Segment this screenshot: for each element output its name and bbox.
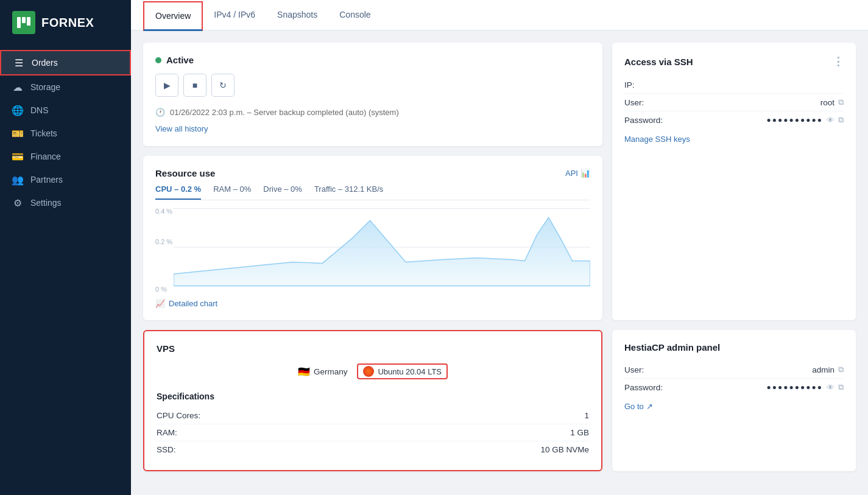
vps-card: VPS 🇩🇪 Germany Ubuntu 20.04 LTS Specific… [143, 330, 602, 471]
copy-user-icon[interactable]: ⧉ [838, 97, 844, 107]
spec-label-ram: RAM: [157, 428, 177, 437]
svg-marker-7 [174, 217, 590, 286]
ssh-ip-row: IP: [624, 77, 844, 94]
sidebar-item-storage[interactable]: ☁ Storage [0, 75, 131, 99]
spec-label-cpu: CPU Cores: [157, 411, 200, 420]
hestia-password-value: ●●●●●●●●●● 👁 ⧉ [767, 382, 844, 392]
tab-console[interactable]: Console [328, 1, 381, 30]
svg-rect-3 [27, 17, 30, 26]
sidebar: FORNEX ☰ Orders ☁ Storage 🌐 DNS 🎫 Ticket… [0, 0, 131, 495]
hestia-card-title: HestiaCP admin panel [624, 342, 844, 353]
hestia-user-value: admin ⧉ [812, 365, 844, 374]
sidebar-label-orders: Orders [32, 58, 58, 68]
tickets-icon: 🎫 [12, 128, 23, 139]
resource-tab-traffic[interactable]: Traffic – 312.1 KB/s [314, 184, 383, 200]
ssh-user-row: User: root ⧉ [624, 94, 844, 111]
country-name: Germany [314, 367, 348, 376]
detailed-chart-link[interactable]: 📈 Detailed chart [155, 299, 590, 308]
sidebar-label-settings: Settings [30, 198, 62, 208]
hestia-password-dots: ●●●●●●●●●● [767, 383, 823, 391]
goto-link[interactable]: Go to ↗ [624, 402, 653, 411]
stop-button[interactable]: ■ [183, 74, 206, 97]
history-entry: 01/26/2022 2:03 p.m. – Server backup com… [170, 108, 399, 117]
restart-button[interactable]: ↻ [211, 74, 235, 97]
ssh-user-value: root ⧉ [820, 97, 844, 107]
main-content: Overview IPv4 / IPv6 Snapshots Console A… [131, 0, 868, 495]
status-dot [155, 57, 161, 63]
storage-icon: ☁ [12, 82, 23, 93]
tabs-bar: Overview IPv4 / IPv6 Snapshots Console [131, 0, 868, 30]
sidebar-item-partners[interactable]: 👥 Partners [0, 168, 131, 191]
sidebar-label-partners: Partners [30, 175, 63, 184]
hestia-user-row: User: admin ⧉ [624, 361, 844, 379]
orders-icon: ☰ [13, 57, 24, 68]
history-icon: 🕐 [155, 108, 165, 117]
chart-icon-small: 📈 [155, 299, 165, 308]
status-text: Active [166, 55, 194, 65]
spec-label-ssd: SSD: [157, 445, 176, 454]
os-badge[interactable]: Ubuntu 20.04 LTS [357, 363, 448, 379]
ssh-card-title: Access via SSH ⋮ [624, 55, 844, 68]
sidebar-label-finance: Finance [30, 152, 61, 161]
ssh-ip-label: IP: [624, 80, 635, 90]
ssh-password-row: Password: ●●●●●●●●●● 👁 ⧉ [624, 111, 844, 128]
resource-card: Resource use API 📊 CPU – 0.2 % RAM – 0% … [143, 156, 602, 320]
tab-overview[interactable]: Overview [143, 1, 203, 31]
view-all-history-link[interactable]: View all history [155, 124, 208, 133]
sidebar-label-dns: DNS [30, 105, 49, 115]
logo-icon [12, 11, 35, 34]
spec-value-cpu: 1 [584, 411, 589, 420]
manage-ssh-keys-link[interactable]: Manage SSH keys [624, 135, 690, 144]
hestia-password-label: Password: [624, 383, 663, 392]
ssh-menu-icon[interactable]: ⋮ [833, 55, 844, 68]
sidebar-item-finance[interactable]: 💳 Finance [0, 145, 131, 168]
hestia-password-row: Password: ●●●●●●●●●● 👁 ⧉ [624, 379, 844, 396]
play-button[interactable]: ▶ [155, 74, 178, 97]
svg-rect-2 [22, 17, 26, 23]
hestia-card: HestiaCP admin panel User: admin ⧉ Passw… [612, 330, 856, 471]
chart-icon: 📊 [580, 169, 590, 178]
country-item: 🇩🇪 Germany [298, 366, 348, 377]
sidebar-item-orders[interactable]: ☰ Orders [0, 50, 131, 75]
flag-icon: 🇩🇪 [298, 366, 310, 377]
copy-hestia-password-icon[interactable]: ⧉ [838, 382, 844, 392]
chart-y-mid: 0.2 % [155, 238, 172, 245]
svg-rect-1 [17, 17, 21, 28]
copy-hestia-user-icon[interactable]: ⧉ [838, 365, 844, 374]
sidebar-label-storage: Storage [30, 82, 60, 92]
show-hestia-password-icon[interactable]: 👁 [827, 383, 834, 392]
chart-y-min: 0 % [155, 286, 167, 293]
tab-snapshots[interactable]: Snapshots [266, 1, 328, 30]
logo: FORNEX [0, 0, 131, 45]
ssh-card: Access via SSH ⋮ IP: User: root ⧉ Passwo… [612, 43, 856, 320]
ssh-user-label: User: [624, 98, 644, 107]
show-password-icon[interactable]: 👁 [827, 116, 834, 125]
sidebar-label-tickets: Tickets [30, 128, 57, 138]
external-link-icon: ↗ [646, 402, 653, 411]
ssh-password-label: Password: [624, 116, 663, 125]
resource-tab-cpu[interactable]: CPU – 0.2 % [155, 184, 201, 200]
spec-row-cpu: CPU Cores: 1 [157, 407, 589, 424]
brand-name: FORNEX [41, 16, 94, 30]
sidebar-item-dns[interactable]: 🌐 DNS [0, 99, 131, 122]
copy-password-icon[interactable]: ⧉ [838, 115, 844, 125]
partners-icon: 👥 [12, 174, 23, 185]
vps-title: VPS [157, 343, 589, 354]
chart-y-max: 0.4 % [155, 208, 172, 215]
tab-ipv4ipv6[interactable]: IPv4 / IPv6 [203, 1, 266, 30]
spec-row-ssd: SSD: 10 GB NVMe [157, 441, 589, 458]
resource-title: Resource use [155, 168, 215, 178]
settings-icon: ⚙ [12, 197, 23, 208]
cpu-chart-svg [174, 208, 590, 287]
ubuntu-icon [363, 366, 374, 377]
spec-row-ram: RAM: 1 GB [157, 424, 589, 441]
hestia-user-label: User: [624, 365, 644, 374]
sidebar-item-settings[interactable]: ⚙ Settings [0, 191, 131, 214]
sidebar-item-tickets[interactable]: 🎫 Tickets [0, 122, 131, 145]
api-link[interactable]: API 📊 [565, 169, 590, 178]
dns-icon: 🌐 [12, 105, 23, 116]
resource-tab-drive[interactable]: Drive – 0% [263, 184, 302, 200]
resource-tab-ram[interactable]: RAM – 0% [213, 184, 251, 200]
ssh-password-dots: ●●●●●●●●●● [767, 116, 823, 124]
action-buttons: ▶ ■ ↻ [155, 74, 590, 97]
